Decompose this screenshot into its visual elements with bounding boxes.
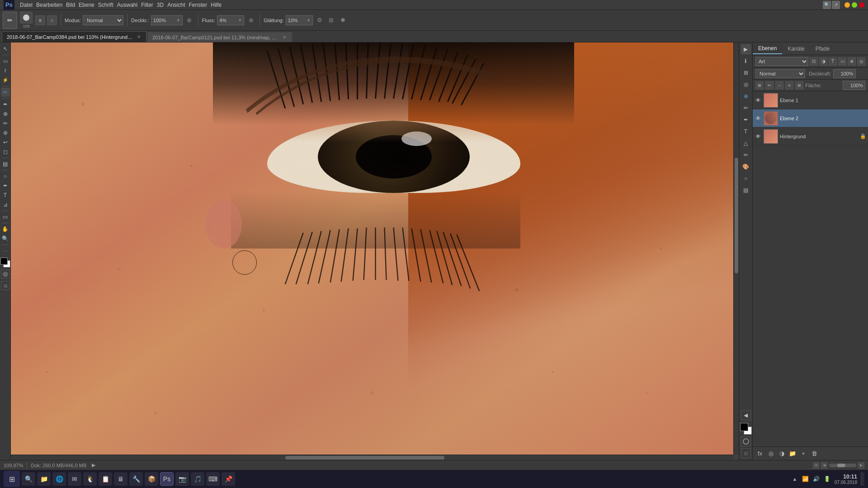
tb-app10[interactable]: 📌 xyxy=(222,472,235,486)
tool-lasso[interactable]: ℓ xyxy=(1,66,10,75)
glaettung-input[interactable]: 10% ▼ xyxy=(286,15,313,25)
tb-app7[interactable]: 📷 xyxy=(175,472,189,486)
tab-2[interactable]: 2018-06-07_BarCamp0121.psd bei 11,3% (mi… xyxy=(147,32,292,42)
tool-type[interactable]: T xyxy=(1,191,10,200)
menu-filter[interactable]: Filter xyxy=(139,1,155,9)
panel-toggle-top[interactable]: ▶ xyxy=(741,44,751,54)
layer-vis-ebene2[interactable]: 👁 xyxy=(755,115,762,122)
layer-filter-shape[interactable]: ▭ xyxy=(838,57,846,66)
tool-move[interactable]: ↖ xyxy=(1,44,10,53)
fluss-input[interactable]: 4% ▼ xyxy=(217,15,244,25)
layer-lock-pos[interactable]: ↔ xyxy=(775,81,783,89)
layer-filter-toggle[interactable]: ◎ xyxy=(857,57,865,66)
search-icon[interactable]: 🔍 xyxy=(823,1,831,9)
menu-3d[interactable]: 3D xyxy=(155,1,165,9)
menu-fenster[interactable]: Fenster xyxy=(187,1,209,9)
tb-app4[interactable]: 🔧 xyxy=(129,472,143,486)
window-maximize-btn[interactable] xyxy=(852,2,857,8)
window-minimize-btn[interactable] xyxy=(844,2,850,8)
deckkraft-input[interactable]: 100% ▼ xyxy=(151,15,183,25)
tb-app2[interactable]: 📋 xyxy=(99,472,112,486)
menu-auswahl[interactable]: Auswahl xyxy=(115,1,139,9)
tool-brush-main[interactable]: ✏ xyxy=(1,119,10,128)
tb-app3[interactable]: 🖥 xyxy=(114,472,127,486)
tab-1-close[interactable]: ✕ xyxy=(136,34,142,40)
tool-path-select[interactable]: ⊿ xyxy=(1,200,10,209)
tool-stamp[interactable]: ⊛ xyxy=(1,128,10,137)
angle-icon[interactable]: ✱ xyxy=(338,15,348,25)
v-scroll-thumb[interactable] xyxy=(735,158,738,273)
layer-vis-hintergrund[interactable]: 👁 xyxy=(755,133,762,140)
panel-fx-btn[interactable]: fx xyxy=(755,449,764,458)
layer-filter-type[interactable]: T xyxy=(829,57,837,66)
layer-vis-ebene1[interactable]: 👁 xyxy=(755,97,762,104)
tool-crop[interactable]: ✂ xyxy=(1,88,10,97)
layer-item-hintergrund[interactable]: 👁 Hintergrund 🔒 xyxy=(753,127,868,145)
tool-hand[interactable]: ✋ xyxy=(1,225,10,234)
tool-more[interactable]: ··· xyxy=(1,246,10,255)
h-scrollbar[interactable] xyxy=(11,455,733,460)
brush-options-btn[interactable]: ≡ xyxy=(35,15,45,25)
tb-app8[interactable]: 🎵 xyxy=(191,472,204,486)
fg-color-swatch[interactable] xyxy=(0,258,8,265)
start-button[interactable]: ⊞ xyxy=(4,471,20,487)
layer-item-ebene1[interactable]: 👁 Ebene 1 xyxy=(753,91,868,109)
tool-dodge[interactable]: ○ xyxy=(1,172,10,181)
quick-mask-btn[interactable] xyxy=(1,270,10,279)
tool-history-brush[interactable]: ↩ xyxy=(1,138,10,147)
pressure2-icon[interactable]: ⊕ xyxy=(246,15,256,25)
right-fg-color[interactable] xyxy=(740,423,748,431)
panel-folder-btn[interactable]: 📁 xyxy=(788,449,797,458)
panel-tab-kanaele[interactable]: Kanäle xyxy=(782,44,810,54)
bottom-scrollbar[interactable] xyxy=(829,464,856,467)
panel-delete-btn[interactable]: 🗑 xyxy=(810,449,819,458)
tb-search[interactable]: 🔍 xyxy=(22,472,35,486)
tb-battery[interactable]: 🔋 xyxy=(824,475,831,483)
tab-2-close[interactable]: ✕ xyxy=(282,34,287,40)
scroll-prev-btn[interactable]: ◀ xyxy=(821,462,827,469)
right-icon-grid[interactable]: ⊞ xyxy=(741,68,751,78)
layer-lock-pixel[interactable]: ✏ xyxy=(765,81,774,89)
panel-adj-btn[interactable]: ◑ xyxy=(777,449,786,458)
tb-show-desktop[interactable] xyxy=(861,472,864,486)
opacity-input[interactable] xyxy=(833,69,856,78)
right-icon-info[interactable]: ℹ xyxy=(741,56,751,66)
tb-email[interactable]: ✉ xyxy=(68,472,81,486)
fill-input[interactable] xyxy=(843,81,865,90)
right-icon-brush[interactable]: ✏ xyxy=(741,103,751,113)
right-icon-type[interactable]: T xyxy=(741,127,751,136)
menu-ebene[interactable]: Ebene xyxy=(77,1,96,9)
tb-files[interactable]: 📁 xyxy=(37,472,51,486)
tb-app5[interactable]: 📦 xyxy=(145,472,158,486)
right-icon-shape[interactable]: △ xyxy=(741,138,751,148)
layer-type-select[interactable]: Art xyxy=(755,57,808,66)
screen-mode-btn[interactable]: ⊟ xyxy=(1,281,10,290)
tb-network[interactable]: 📶 xyxy=(802,475,809,483)
tb-clock[interactable]: 10:11 07.06.2018 xyxy=(835,474,857,485)
tb-up-arrow[interactable]: ▲ xyxy=(791,475,798,483)
panel-mask-btn[interactable]: ◎ xyxy=(766,449,775,458)
brush-tool-btn[interactable]: ✏ xyxy=(3,12,17,29)
layer-filter-adj[interactable]: ◑ xyxy=(819,57,827,66)
tool-eyedropper[interactable]: ✒ xyxy=(1,100,10,109)
tb-browser[interactable]: 🌐 xyxy=(52,472,66,486)
tool-eraser[interactable]: ◻ xyxy=(1,147,10,156)
right-mask-btn[interactable] xyxy=(741,436,751,446)
share-icon[interactable]: ↗ xyxy=(832,1,840,9)
menu-hilfe[interactable]: Hilfe xyxy=(209,1,223,9)
right-icon-heal-active[interactable]: ⊕ xyxy=(741,91,751,101)
tb-terminal[interactable]: ⌨ xyxy=(206,472,220,486)
brush-airbrush-btn[interactable]: ○ xyxy=(47,15,57,25)
layer-filter-pixel[interactable]: ⊡ xyxy=(810,57,818,66)
window-close-btn[interactable] xyxy=(859,2,864,8)
scroll-next-btn[interactable]: ▶ xyxy=(858,462,864,469)
settings-icon[interactable]: ⚙ xyxy=(315,15,325,25)
tool-quickselect[interactable]: ⚡ xyxy=(1,75,10,84)
blend-mode-select[interactable]: Normal xyxy=(83,15,123,25)
right-icon-expand[interactable]: ◀ xyxy=(741,410,751,420)
layer-filter-smart[interactable]: ⊕ xyxy=(848,57,856,66)
panel-new-layer-btn[interactable]: + xyxy=(799,449,808,458)
layer-lock-art[interactable]: ≡ xyxy=(785,81,793,89)
symmetry-icon[interactable]: ⊞ xyxy=(326,15,336,25)
scroll-fit-btn[interactable]: ⊞ xyxy=(813,462,819,469)
